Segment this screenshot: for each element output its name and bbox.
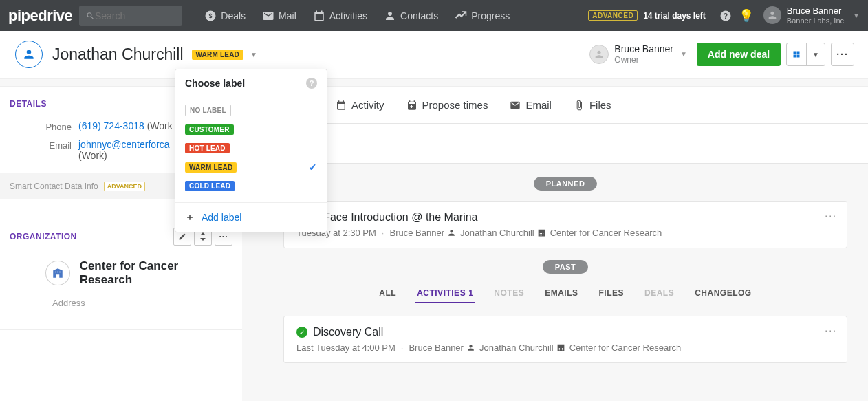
card-more-button[interactable]: ··· [825,325,837,336]
nav-label: Contacts [400,10,438,21]
card-title: ce to Face Introduction @ the Marina [296,211,834,224]
popover-title: Choose label [185,78,245,89]
label-option-hot[interactable]: HOT LEAD [185,139,317,158]
more-actions-button[interactable]: ··· [831,43,854,66]
email-label: Email [10,139,78,151]
smart-contact-badge: ADVANCED [104,182,145,191]
search-box[interactable] [79,6,182,26]
help-icon[interactable]: ? [306,78,317,89]
tips-icon[interactable]: 💡 [736,0,757,31]
person-icon [466,343,475,352]
smart-contact-label: Smart Contact Data Info [10,182,98,191]
search-input[interactable] [95,10,175,21]
tab-label: Email [525,99,552,111]
owner-selector[interactable]: Bruce Banner Owner ▼ [589,44,687,64]
tab-activity[interactable]: Activity [325,87,395,123]
nav-label: Mail [279,10,296,21]
check-icon: ✓ [296,327,307,338]
add-label-button[interactable]: ＋Add label [175,202,327,232]
card-org: Center for Cancer Research [550,228,662,238]
calendar-plus-icon [406,100,417,111]
building-icon [537,228,546,237]
user-menu[interactable]: Bruce Banner Banner Labs, Inc. ▼ [757,6,860,24]
person-avatar-icon [15,41,43,68]
phone-value[interactable]: (619) 724-3018 [78,120,144,131]
org-title: ORGANIZATION [10,232,77,241]
logo[interactable]: pipedrive [8,7,72,25]
filter-files[interactable]: FILES [598,284,626,303]
label-dropdown-trigger[interactable]: ▼ [250,51,257,58]
filter-all[interactable]: ALL [378,284,398,303]
activity-card-planned[interactable]: ··· ce to Face Introduction @ the Marina… [283,201,847,248]
card-owner: Bruce Banner [409,343,464,353]
user-name: Bruce Banner [787,6,846,16]
person-header: Jonathan Churchill WARM LEAD ▼ Bruce Ban… [0,31,868,78]
label-option-warm[interactable]: WARM LEAD✓ [185,158,317,177]
avatar-icon [763,6,781,24]
filter-notes[interactable]: NOTES [492,284,525,303]
top-nav: pipedrive $ Deals Mail Activities Contac… [0,0,868,31]
phone-type: (Work [147,120,173,131]
email-type: (Work) [78,150,107,161]
organization-panel: ORGANIZATION ··· Center for Cancer Resea… [0,219,242,329]
label-option-customer[interactable]: CUSTOMER [185,120,317,139]
tab-label: Activity [351,99,384,111]
card-person: Jonathan Churchill [479,343,554,353]
plan-badge: ADVANCED [588,10,638,21]
tab-email[interactable]: Email [499,87,563,123]
expand-icon [199,232,206,241]
notes-input[interactable]: ke notes... [242,124,868,164]
label-option-cold[interactable]: COLD LEAD [185,177,317,195]
building-icon [45,261,70,285]
calendar-icon [313,10,325,22]
org-name[interactable]: Center for Cancer Research [80,259,232,287]
card-meta: Last Tuesday at 4:00 PM· Bruce Banner Jo… [296,343,834,353]
tab-label: Propose times [422,99,488,111]
filter-tabs: ALL ACTIVITIES1 NOTES EMAILS FILES DEALS… [283,284,847,303]
label-option-nolabel[interactable]: NO LABEL [185,100,317,120]
trend-icon [455,10,467,22]
plus-icon: ＋ [185,211,195,224]
label-popover: Choose label ? NO LABEL CUSTOMER HOT LEA… [175,69,327,232]
address-label: Address [10,298,232,321]
help-icon[interactable]: ? [715,0,736,31]
owner-avatar-icon [589,45,609,64]
nav-deals[interactable]: $ Deals [196,0,254,31]
card-more-button[interactable]: ··· [825,210,837,221]
svg-text:?: ? [724,11,728,19]
view-switcher[interactable]: ▼ [786,43,825,66]
filter-emails[interactable]: EMAILS [543,284,579,303]
card-title: Discovery Call [313,326,383,338]
add-new-deal-button[interactable]: Add new deal [697,43,781,66]
pencil-icon [178,232,186,241]
person-name: Jonathan Churchill [52,45,184,64]
check-icon: ✓ [309,162,317,173]
card-meta: Tuesday at 2:30 PM· Bruce Banner Jonatha… [296,228,834,238]
calendar-icon [336,100,347,111]
owner-role: Owner [614,55,673,65]
paperclip-icon [574,100,585,111]
tab-label: Files [589,99,611,111]
svg-text:$: $ [209,12,213,19]
card-org: Center for Cancer Research [569,343,682,353]
nav-mail[interactable]: Mail [254,0,305,31]
mail-icon [510,100,521,111]
chevron-down-icon: ▼ [680,50,687,58]
tab-files[interactable]: Files [563,87,622,123]
timeline: PLANNED ··· ce to Face Introduction @ th… [242,164,868,363]
person-icon [384,10,396,22]
tab-propose-times[interactable]: Propose times [395,87,499,123]
email-value[interactable]: johnnyc@centerforca [78,139,170,150]
past-pill: PAST [543,260,589,274]
lightbulb-icon: 💡 [739,8,754,23]
nav-label: Progress [471,10,510,21]
nav-progress[interactable]: Progress [446,0,518,31]
filter-changelog[interactable]: CHANGELOG [693,284,753,303]
phone-label: Phone [10,120,78,132]
filter-deals[interactable]: DEALS [643,284,675,303]
nav-contacts[interactable]: Contacts [376,0,446,31]
activity-card-past[interactable]: ··· ✓Discovery Call Last Tuesday at 4:00… [283,316,847,363]
ellipsis-icon: ··· [219,232,228,241]
nav-activities[interactable]: Activities [305,0,376,31]
filter-activities[interactable]: ACTIVITIES1 [415,284,475,303]
